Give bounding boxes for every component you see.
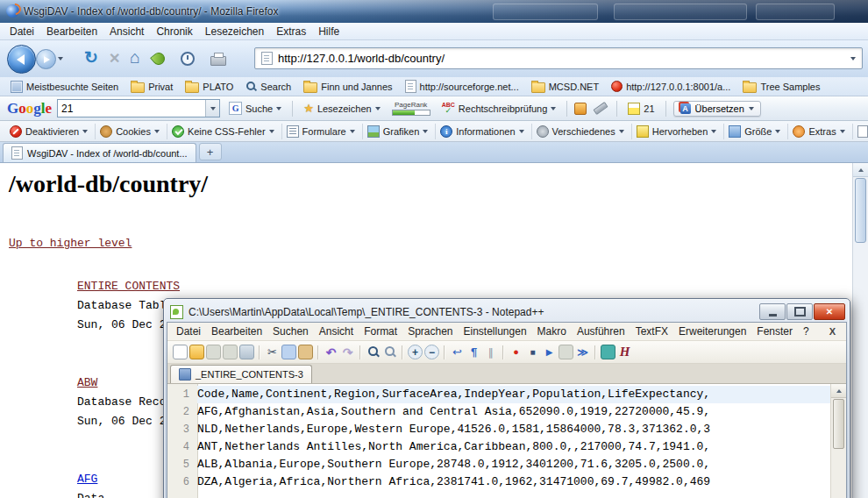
dropdown-arrow[interactable] xyxy=(551,107,556,110)
forward-button[interactable] xyxy=(36,49,56,69)
save-all-icon[interactable] xyxy=(223,345,238,359)
menu-item[interactable]: Bearbeiten xyxy=(40,24,103,39)
history-clock-icon[interactable] xyxy=(181,52,195,66)
maximize-button[interactable] xyxy=(786,303,813,320)
notepad-menu-item[interactable]: Suchen xyxy=(267,324,314,339)
notepad-menu-item[interactable]: Fenster xyxy=(751,324,798,339)
bookmark-item[interactable]: PLATO xyxy=(180,79,238,95)
spellcheck-button[interactable]: ABC Rechtschreibprüfung xyxy=(438,100,560,117)
webdev-menu-button[interactable]: Keine CSS-Fehler xyxy=(167,124,282,139)
webdev-menu-button[interactable]: Verschiedenes xyxy=(532,124,632,139)
page-scrollbar[interactable] xyxy=(852,163,868,498)
scroll-up-arrow[interactable] xyxy=(853,163,868,177)
url-text[interactable]: http://127.0.0.1/world-db/country/ xyxy=(278,52,845,65)
texthf-plugin-icon[interactable]: H xyxy=(617,345,632,359)
gadget-icon[interactable] xyxy=(574,103,587,115)
dropdown-arrow[interactable] xyxy=(711,130,716,133)
find-icon[interactable] xyxy=(366,345,381,359)
copy-icon[interactable] xyxy=(281,345,296,359)
menu-item[interactable]: Extras xyxy=(270,24,312,39)
highlight-button[interactable]: 21 xyxy=(624,101,658,117)
dropdown-arrow[interactable] xyxy=(840,130,845,133)
zoom-out-icon[interactable]: − xyxy=(424,345,439,359)
refresh-icon[interactable] xyxy=(84,47,98,68)
webdev-menu-button[interactable]: Extras xyxy=(788,124,852,139)
scrollbar-thumb[interactable] xyxy=(855,178,866,243)
show-all-characters-icon[interactable]: ¶ xyxy=(466,345,481,359)
scrollbar-thumb[interactable] xyxy=(833,399,844,449)
close-button[interactable] xyxy=(814,303,845,320)
minimize-button[interactable] xyxy=(759,303,786,320)
notepad-menu-item[interactable]: Datei xyxy=(171,324,206,339)
webdev-menu-button[interactable]: Hervorheben xyxy=(632,124,725,139)
notepad-titlebar[interactable]: C:\Users\Martin\AppData\Local\Temp\_ENTI… xyxy=(164,299,850,322)
bookmark-item[interactable]: MCSD.NET xyxy=(526,79,604,95)
dropdown-arrow[interactable] xyxy=(375,107,381,110)
dropdown-arrow[interactable] xyxy=(269,130,274,133)
indent-guide-icon[interactable]: ∥ xyxy=(483,345,498,359)
dropdown-arrow[interactable] xyxy=(619,130,624,133)
close-document-button[interactable]: X xyxy=(822,326,843,337)
notepad-menu-item[interactable]: TextFX xyxy=(630,324,673,339)
dropdown-arrow[interactable] xyxy=(350,130,355,133)
bookmark-item[interactable]: Tree Samples xyxy=(737,79,825,95)
bookmark-item[interactable]: Privat xyxy=(125,79,178,95)
notepad-menu-item[interactable]: Ausführen xyxy=(572,324,630,339)
save-macro-icon[interactable] xyxy=(559,345,573,359)
webdev-menu-button[interactable]: Größe xyxy=(724,124,788,139)
dropdown-arrow[interactable] xyxy=(775,130,780,133)
url-dropdown-arrow[interactable] xyxy=(850,57,856,60)
home-icon[interactable] xyxy=(130,47,140,68)
back-button[interactable] xyxy=(7,45,36,74)
save-icon[interactable] xyxy=(206,345,221,359)
up-to-higher-level-link[interactable]: Up to higher level xyxy=(9,237,132,250)
stop-icon[interactable] xyxy=(109,50,120,67)
editor-area[interactable]: 1 Code,Name,Continent,Region,SurfaceArea… xyxy=(167,384,846,498)
bookmark-item[interactable]: Finn und Jannes xyxy=(298,79,397,95)
print-icon[interactable] xyxy=(210,56,226,66)
notepad-menu-item[interactable]: Format xyxy=(359,324,402,339)
notepad-menu-item[interactable]: Makro xyxy=(532,324,572,339)
dropdown-arrow[interactable] xyxy=(749,107,754,110)
paste-icon[interactable] xyxy=(298,345,313,359)
dropdown-arrow[interactable] xyxy=(154,130,160,133)
webdev-menu-button[interactable]: Cookies xyxy=(96,124,167,139)
print-icon[interactable] xyxy=(239,345,254,359)
edit-pencil-icon[interactable] xyxy=(594,102,608,115)
menu-item[interactable]: Lesezeichen xyxy=(199,24,270,39)
new-file-icon[interactable] xyxy=(173,345,188,359)
menu-item[interactable]: Hilfe xyxy=(312,24,345,39)
google-search-box[interactable] xyxy=(57,99,220,117)
undo-icon[interactable]: ↶ xyxy=(324,345,338,359)
notepad-menu-item[interactable]: ? xyxy=(798,324,815,339)
open-file-icon[interactable] xyxy=(189,345,204,359)
menu-item[interactable]: Ansicht xyxy=(103,24,150,39)
document-tab[interactable]: _ENTIRE_CONTENTS-3 xyxy=(170,365,312,383)
webdev-menu-button[interactable]: Grafiken xyxy=(363,124,437,139)
redo-icon[interactable]: ↷ xyxy=(340,345,355,359)
bookmark-item[interactable]: http://127.0.0.1:8001/a... xyxy=(606,79,736,94)
google-search-dropdown[interactable] xyxy=(205,100,219,117)
menu-item[interactable]: Datei xyxy=(4,24,40,39)
webdev-menu-button[interactable]: Deaktivieren xyxy=(5,124,96,139)
dropdown-arrow[interactable] xyxy=(519,130,524,133)
url-bar[interactable]: http://127.0.0.1/world-db/country/ xyxy=(254,47,863,69)
cut-icon[interactable]: ✂ xyxy=(265,345,280,359)
word-wrap-icon[interactable]: ↩ xyxy=(450,345,465,359)
plugin-icon[interactable] xyxy=(601,345,615,359)
notepad-menu-item[interactable]: Erweiterungen xyxy=(673,324,751,339)
bookmark-item[interactable]: http://sourceforge.net... xyxy=(400,78,524,95)
record-macro-icon[interactable]: ● xyxy=(509,345,523,359)
webdev-menu-button[interactable]: Formulare xyxy=(282,124,363,139)
scroll-up-arrow[interactable] xyxy=(831,384,846,398)
tab-wsgidav[interactable]: WsgiDAV - Index of /world-db/count... xyxy=(3,143,196,162)
webdev-menu-button[interactable]: Quelltext xyxy=(853,124,868,139)
webdev-menu-button[interactable]: Informationen xyxy=(436,124,531,139)
bookmark-item[interactable]: Meistbesuchte Seiten xyxy=(5,79,124,95)
bookmark-item[interactable]: Search xyxy=(240,79,296,94)
entry-link[interactable]: ENTIRE CONTENTS xyxy=(77,277,202,296)
replace-icon[interactable] xyxy=(382,345,397,359)
green-addon-icon[interactable] xyxy=(150,50,167,68)
play-macro-icon[interactable]: ▶ xyxy=(542,345,557,359)
history-dropdown-arrow[interactable] xyxy=(58,57,63,60)
